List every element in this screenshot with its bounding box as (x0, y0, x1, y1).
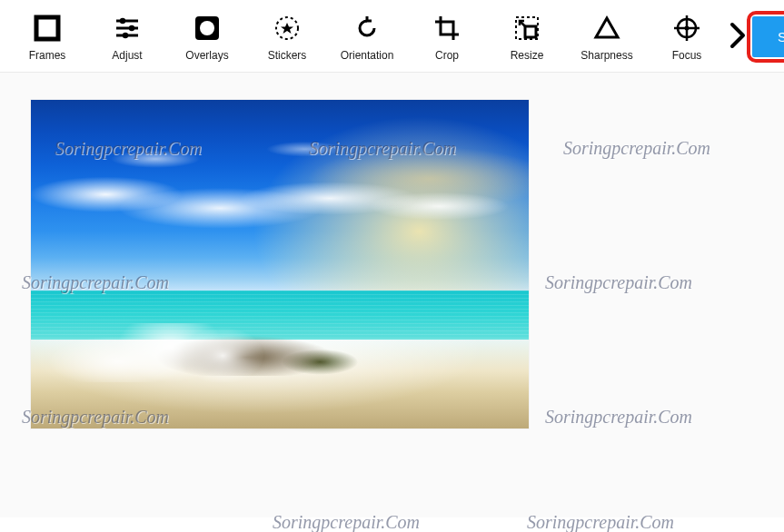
app-root: Frames Adjust Overlays (0, 0, 784, 532)
chevron-right-icon (729, 21, 747, 54)
svg-point-2 (120, 17, 125, 23)
svg-point-6 (123, 32, 128, 37)
stickers-icon (273, 13, 301, 44)
editor-image[interactable] (31, 100, 529, 429)
svg-point-4 (129, 25, 134, 30)
adjust-icon (114, 13, 141, 44)
tool-orientation[interactable]: Orientation (342, 13, 392, 62)
tool-label: Frames (29, 49, 66, 62)
svg-point-8 (200, 21, 214, 35)
tool-focus[interactable]: Focus (661, 13, 712, 62)
tool-label: Crop (435, 49, 459, 62)
tool-label: Orientation (341, 49, 394, 62)
tool-adjust[interactable]: Adjust (102, 13, 153, 62)
tool-resize[interactable]: Resize (501, 13, 552, 62)
focus-icon (673, 13, 700, 44)
orientation-icon (353, 13, 381, 44)
tool-label: Adjust (112, 49, 142, 62)
tool-label: Overlays (185, 49, 228, 62)
tool-label: Sharpness (581, 49, 632, 62)
svg-point-18 (685, 25, 690, 30)
tool-sharpness[interactable]: Sharpness (581, 13, 632, 62)
svg-marker-10 (281, 23, 293, 34)
save-button[interactable]: Save (752, 16, 784, 57)
crop-icon (433, 13, 461, 44)
tool-label: Resize (511, 49, 544, 62)
toolbar-tools: Frames Adjust Overlays (22, 13, 712, 62)
canvas-area (0, 73, 784, 517)
tool-label: Focus (672, 49, 702, 62)
toolbar: Frames Adjust Overlays (0, 0, 784, 73)
overlays-icon (194, 13, 221, 44)
frames-icon (34, 13, 61, 44)
svg-rect-0 (36, 17, 58, 39)
save-button-highlight: Save (747, 11, 784, 63)
resize-icon (513, 13, 541, 44)
svg-marker-14 (596, 18, 618, 37)
toolbar-next-button[interactable] (729, 19, 747, 55)
tool-overlays[interactable]: Overlays (182, 13, 233, 62)
svg-rect-12 (525, 26, 536, 37)
tool-crop[interactable]: Crop (422, 13, 472, 62)
tool-frames[interactable]: Frames (22, 13, 73, 62)
sharpness-icon (593, 13, 620, 44)
tool-stickers[interactable]: Stickers (262, 13, 313, 62)
tool-label: Stickers (268, 49, 307, 62)
